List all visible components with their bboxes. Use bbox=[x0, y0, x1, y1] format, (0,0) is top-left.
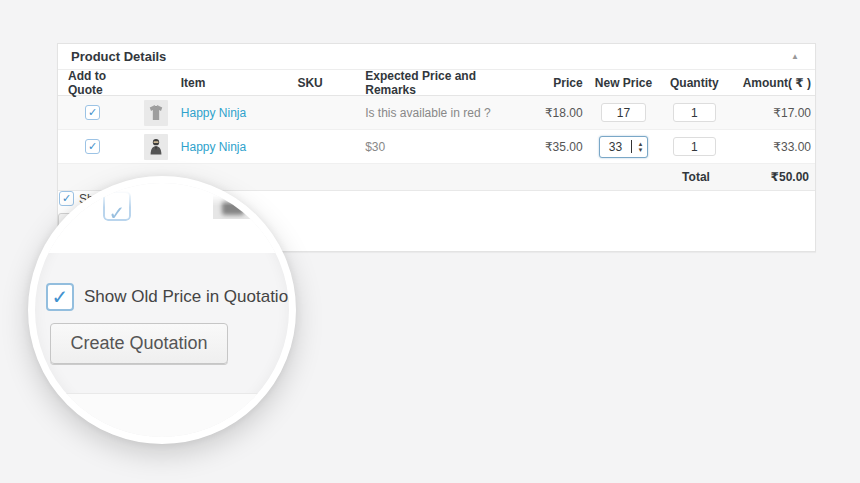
remarks-cell: Is this available in red ? bbox=[365, 106, 530, 120]
remarks-cell: $30 bbox=[365, 140, 530, 154]
col-amount: Amount( ₹ ) bbox=[729, 76, 811, 90]
magnified-show-old-price-label: Show Old Price in Quotation bbox=[84, 287, 289, 307]
col-quantity: Quantity bbox=[659, 76, 729, 90]
product-link[interactable]: Happy Ninja bbox=[181, 140, 246, 154]
show-old-price-checkbox[interactable]: ✓ bbox=[59, 191, 74, 206]
check-icon: ✓ bbox=[52, 285, 69, 309]
check-icon: ✓ bbox=[88, 106, 97, 119]
magnified-show-old-price-checkbox[interactable]: ✓ bbox=[46, 283, 74, 311]
total-label: Total bbox=[661, 170, 731, 184]
table-row: ✓ Happy Ninja $30 ₹35.00 33 bbox=[58, 130, 815, 164]
ninja-icon bbox=[146, 136, 166, 158]
col-item: Item bbox=[144, 76, 298, 90]
collapse-button[interactable]: ▲ bbox=[785, 44, 805, 69]
col-new-price: New Price bbox=[588, 76, 660, 90]
check-icon: ✓ bbox=[88, 140, 97, 153]
col-price: Price bbox=[530, 76, 588, 90]
add-to-quote-checkbox[interactable]: ✓ bbox=[85, 139, 100, 154]
magnified-row-checkbox-fragment: ✓ bbox=[103, 191, 131, 221]
quantity-input[interactable] bbox=[673, 103, 716, 122]
panel-header: Product Details ▲ bbox=[58, 44, 815, 70]
quantity-input[interactable] bbox=[673, 137, 716, 156]
table-row: ✓ Happy Ninja Is this available in red ?… bbox=[58, 96, 815, 130]
text-caret bbox=[631, 140, 632, 153]
page-background: Product Details ▲ Add to Quote Item SKU … bbox=[0, 0, 860, 483]
magnified-show-old-price-row: ✓ Show Old Price in Quotation bbox=[46, 283, 289, 311]
check-icon: ✓ bbox=[62, 192, 71, 205]
magnified-create-quotation-button[interactable]: Create Quotation bbox=[50, 323, 228, 364]
magnified-content: ✓ ✓ Show Old Price in Quotation Create Q… bbox=[35, 183, 289, 437]
col-sku: SKU bbox=[297, 76, 365, 90]
table-header-row: Add to Quote Item SKU Expected Price and… bbox=[58, 70, 815, 96]
col-remarks: Expected Price and Remarks bbox=[365, 69, 530, 97]
total-amount: ₹50.00 bbox=[731, 170, 813, 184]
magnifier-circle: ✓ ✓ Show Old Price in Quotation Create Q… bbox=[28, 176, 296, 444]
panel-title: Product Details bbox=[71, 49, 166, 64]
amount-cell: ₹33.00 bbox=[729, 140, 811, 154]
number-spinner[interactable]: ▲ ▼ bbox=[634, 141, 647, 153]
product-link[interactable]: Happy Ninja bbox=[181, 106, 246, 120]
new-price-input[interactable] bbox=[601, 103, 646, 122]
tshirt-icon bbox=[146, 102, 166, 124]
add-to-quote-checkbox[interactable]: ✓ bbox=[85, 105, 100, 120]
magnified-page-background bbox=[35, 393, 289, 437]
price-cell: ₹35.00 bbox=[530, 140, 588, 154]
amount-cell: ₹17.00 bbox=[729, 106, 811, 120]
product-thumbnail bbox=[144, 100, 168, 126]
spinner-down-icon: ▼ bbox=[638, 147, 644, 153]
new-price-input-focused[interactable]: 33 ▲ ▼ bbox=[599, 136, 648, 158]
price-cell: ₹18.00 bbox=[530, 106, 588, 120]
product-thumbnail bbox=[144, 134, 168, 160]
collapse-up-icon: ▲ bbox=[791, 52, 799, 61]
col-add-to-quote: Add to Quote bbox=[68, 69, 144, 97]
